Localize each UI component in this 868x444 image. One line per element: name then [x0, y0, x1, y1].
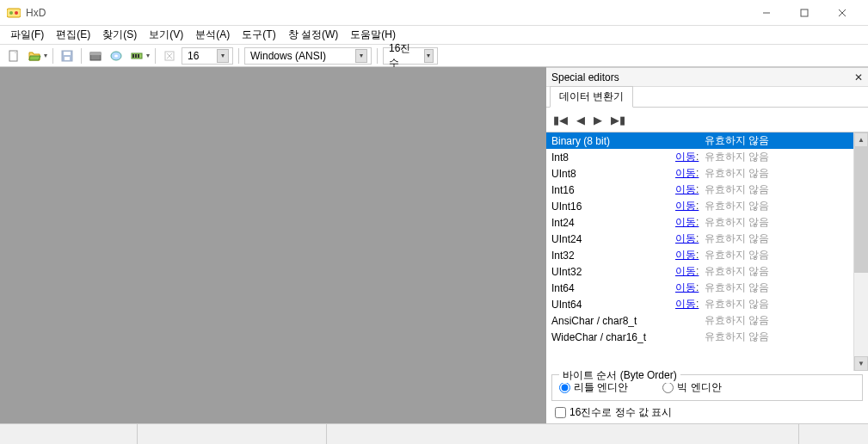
hex-display-checkbox[interactable]	[555, 407, 566, 418]
svg-rect-17	[135, 54, 137, 58]
data-type-name: Int24	[546, 217, 675, 229]
nav-prev-button[interactable]: ◀	[576, 114, 585, 126]
data-value: 유효하지 않음	[701, 133, 853, 148]
data-row[interactable]: UInt24이동유효하지 않음	[546, 231, 853, 247]
encoding-combo[interactable]: Windows (ANSI) ▾	[244, 47, 372, 65]
svg-rect-4	[801, 9, 808, 16]
data-row[interactable]: UInt8이동유효하지 않음	[546, 165, 853, 182]
open-disk-button[interactable]	[87, 47, 104, 65]
menu-analysis[interactable]: 분석(A)	[190, 26, 235, 44]
data-type-name: UInt24	[546, 233, 675, 245]
nav-first-button[interactable]: ▮◀	[553, 114, 568, 126]
data-row[interactable]: Int32이동유효하지 않음	[546, 247, 853, 263]
svg-rect-9	[64, 52, 71, 55]
data-type-name: Binary (8 bit)	[546, 135, 675, 147]
open-file-button[interactable]: ▾	[26, 47, 47, 65]
open-disk-image-button[interactable]	[108, 47, 125, 65]
panel-close-button[interactable]: ✕	[854, 71, 863, 83]
data-row[interactable]: UInt16이동유효하지 않음	[546, 198, 853, 214]
separator	[377, 48, 378, 64]
data-value: 유효하지 않음	[701, 264, 853, 279]
data-type-name: Int32	[546, 250, 675, 262]
scrollbar[interactable]: ▲ ▼	[853, 133, 868, 371]
menu-file[interactable]: 파일(F)	[5, 26, 49, 44]
data-value: 유효하지 않음	[701, 313, 853, 328]
panel-title: Special editors	[551, 71, 619, 83]
data-value: 유효하지 않음	[701, 248, 853, 262]
dropdown-arrow-icon[interactable]: ▾	[424, 49, 434, 63]
nav-next-button[interactable]: ▶	[594, 114, 602, 126]
bytes-per-row-combo[interactable]: 16 ▾	[182, 47, 233, 65]
new-file-button[interactable]	[5, 47, 22, 65]
goto-link[interactable]: 이동	[675, 200, 699, 212]
app-title: HxD	[26, 7, 748, 19]
radio-little-endian-input[interactable]	[559, 382, 570, 393]
goto-link[interactable]: 이동	[675, 249, 699, 261]
panel-header: Special editors ✕	[546, 68, 868, 87]
svg-rect-18	[138, 54, 139, 58]
minimize-button[interactable]	[748, 0, 785, 26]
menu-tools[interactable]: 도구(T)	[237, 26, 280, 44]
data-type-name: Int64	[546, 282, 675, 294]
radio-big-endian-input[interactable]	[662, 382, 674, 393]
goto-link-cell: 이동	[675, 150, 701, 164]
status-cell-4	[799, 424, 868, 444]
data-value: 유효하지 않음	[701, 166, 853, 181]
goto-link-cell: 이동	[675, 297, 701, 311]
data-row[interactable]: WideChar / char16_t유효하지 않음	[546, 329, 853, 345]
goto-link[interactable]: 이동	[675, 298, 699, 310]
panel-tabs: 데이터 변환기	[546, 87, 868, 108]
data-row[interactable]: Int16이동유효하지 않음	[546, 182, 853, 198]
data-value: 유효하지 않음	[701, 150, 853, 164]
dropdown-arrow-icon[interactable]: ▾	[355, 49, 367, 63]
encoding-value: Windows (ANSI)	[250, 50, 326, 62]
data-row[interactable]: UInt64이동유효하지 않음	[546, 296, 853, 312]
data-row[interactable]: UInt32이동유효하지 않음	[546, 263, 853, 280]
svg-rect-12	[90, 52, 101, 55]
data-value: 유효하지 않음	[701, 182, 853, 197]
status-cell-1	[0, 424, 138, 444]
titlebar: HxD	[0, 0, 868, 26]
dropdown-arrow-icon[interactable]: ▾	[217, 49, 229, 63]
open-ram-button[interactable]: ▾	[128, 47, 150, 65]
workspace: Special editors ✕ 데이터 변환기 ▮◀ ◀ ▶ ▶▮ Bina…	[0, 67, 868, 423]
save-button[interactable]	[58, 47, 76, 65]
menu-view[interactable]: 보기(V)	[144, 26, 188, 44]
data-type-name: Int16	[546, 184, 675, 196]
goto-link[interactable]: 이동	[675, 183, 699, 195]
menu-search[interactable]: 찾기(S)	[97, 26, 142, 44]
goto-link[interactable]: 이동	[675, 151, 699, 163]
maximize-button[interactable]	[785, 0, 823, 26]
close-button[interactable]	[823, 0, 861, 26]
data-type-name: WideChar / char16_t	[546, 331, 675, 343]
scroll-up-button[interactable]: ▲	[854, 133, 868, 147]
data-row[interactable]: AnsiChar / char8_t유효하지 않음	[546, 312, 853, 329]
data-inspector-table: Binary (8 bit)유효하지 않음Int8이동유효하지 않음UInt8이…	[546, 132, 868, 371]
goto-link[interactable]: 이동	[675, 167, 699, 179]
data-row[interactable]: Binary (8 bit)유효하지 않음	[546, 133, 853, 149]
goto-link[interactable]: 이동	[675, 281, 699, 293]
scroll-thumb[interactable]	[854, 147, 868, 273]
goto-link-cell: 이동	[675, 281, 701, 295]
goto-link[interactable]: 이동	[675, 265, 699, 277]
tab-data-inspector[interactable]: 데이터 변환기	[550, 86, 633, 108]
nav-last-button[interactable]: ▶▮	[611, 114, 625, 126]
goto-link[interactable]: 이동	[675, 216, 699, 228]
data-row[interactable]: Int64이동유효하지 않음	[546, 280, 853, 296]
data-type-name: UInt16	[546, 200, 675, 213]
data-row[interactable]: Int24이동유효하지 않음	[546, 214, 853, 231]
svg-point-2	[15, 11, 18, 15]
goto-link[interactable]: 이동	[675, 232, 699, 244]
data-type-name: AnsiChar / char8_t	[546, 315, 675, 327]
hex-display-checkbox-row: 16진수로 정수 값 표시	[546, 403, 868, 423]
toggle-read-only-button[interactable]	[161, 47, 178, 65]
separator	[52, 48, 53, 64]
menu-window[interactable]: 창 설정(W)	[283, 26, 344, 44]
menu-edit[interactable]: 편집(E)	[51, 26, 95, 44]
data-value: 유효하지 않음	[701, 199, 853, 213]
radix-combo[interactable]: 16진수 ▾	[383, 47, 438, 65]
scroll-down-button[interactable]: ▼	[854, 356, 868, 371]
data-row[interactable]: Int8이동유효하지 않음	[546, 149, 853, 165]
svg-point-14	[114, 54, 118, 57]
data-value: 유효하지 않음	[701, 330, 853, 344]
